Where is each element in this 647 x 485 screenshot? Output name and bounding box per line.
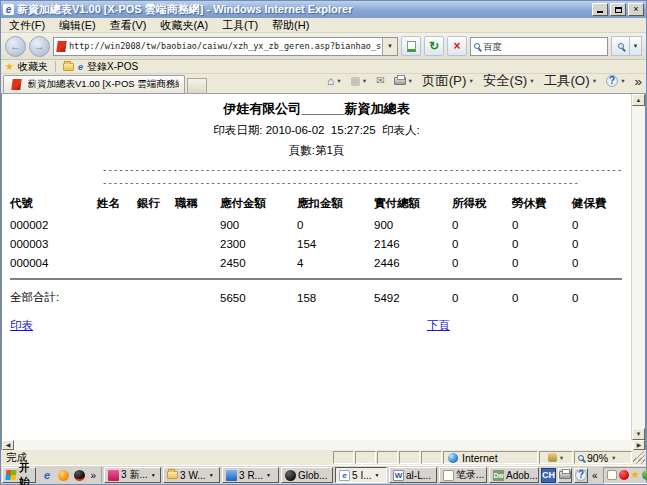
- arrow-down-icon: ▼: [636, 431, 642, 437]
- horizontal-scrollbar[interactable]: ◀ ▶: [1, 440, 646, 450]
- add-favorite-icon[interactable]: [63, 63, 74, 71]
- search-input[interactable]: [483, 41, 615, 52]
- forward-button[interactable]: →: [29, 36, 50, 57]
- quicklaunch-overflow-button[interactable]: »: [89, 470, 99, 481]
- maximize-button[interactable]: [610, 3, 626, 16]
- report-title: 伊娃有限公司______薪資加總表: [2, 100, 631, 118]
- printer-icon: [559, 471, 571, 479]
- tools-menu-button[interactable]: 工具(O)▼: [542, 71, 599, 91]
- arrow-right-icon: ▶: [637, 442, 642, 448]
- favorites-link-xpos[interactable]: 登錄X-POS: [87, 60, 138, 74]
- taskbar-button-label: Adob...: [506, 470, 538, 481]
- address-dropdown-button[interactable]: ▼: [382, 38, 397, 55]
- chevron-down-icon: ▼: [633, 43, 639, 49]
- chevron-down-icon: ▼: [468, 78, 473, 84]
- tray-star-icon[interactable]: ★: [631, 470, 640, 480]
- status-text: 完成: [2, 451, 332, 465]
- arrow-left-icon: ◀: [6, 442, 11, 448]
- close-button[interactable]: ×: [628, 3, 644, 16]
- taskbar-window-group-1[interactable]: 3 新... ▼: [104, 467, 161, 483]
- site-shortcut-icon[interactable]: e: [78, 62, 83, 72]
- total-tax: 0: [452, 286, 512, 308]
- language-indicator[interactable]: CH: [541, 468, 556, 483]
- title-bar[interactable]: e 薪資加總表V1.00 [X-POS 雲端商務網] - Windows Int…: [1, 1, 646, 18]
- total-label: 全部合計:: [10, 286, 220, 308]
- word-icon: W: [393, 470, 404, 481]
- home-button[interactable]: ⌂▼: [325, 75, 344, 88]
- page-menu-button[interactable]: 页面(P)▼: [420, 71, 476, 91]
- safety-menu-label: 安全(S): [483, 72, 527, 90]
- status-panel: [399, 451, 420, 464]
- taskbar-button-label: Glob...: [298, 470, 327, 481]
- total-payable: 5650: [220, 286, 297, 308]
- browser-window: e 薪資加總表V1.00 [X-POS 雲端商務網] - Windows Int…: [0, 0, 647, 485]
- search-go-button[interactable]: [611, 36, 630, 56]
- cell-paid: 900: [374, 215, 452, 234]
- quicklaunch-messenger-icon[interactable]: [57, 469, 70, 482]
- help-tray-button[interactable]: ?: [574, 468, 588, 483]
- scroll-right-button[interactable]: ▶: [633, 440, 645, 450]
- next-page-link[interactable]: 下頁: [427, 318, 450, 333]
- protected-mode-panel[interactable]: ▼: [539, 451, 573, 464]
- print-button[interactable]: ▼: [392, 76, 415, 86]
- stop-button[interactable]: ×: [447, 36, 467, 56]
- taskbar-window-adobe[interactable]: Dw Adob...: [489, 467, 539, 483]
- refresh-button[interactable]: ↻: [424, 36, 444, 56]
- taskbar-window-ie-group[interactable]: e 5 I... ▼: [335, 467, 387, 483]
- address-bar[interactable]: ▼: [53, 37, 398, 56]
- tray-collapse-button[interactable]: «: [590, 470, 600, 481]
- help-icon: ?: [606, 75, 618, 87]
- favorites-button[interactable]: 收藏夹: [18, 60, 48, 74]
- start-label: 开始: [19, 461, 30, 485]
- resize-grip[interactable]: [633, 451, 645, 464]
- menu-view[interactable]: 查看(V): [104, 17, 153, 34]
- taskbar-window-word[interactable]: W al-L...: [389, 467, 437, 483]
- tab-payroll-report[interactable]: 薪資加總表V1.00 [X-POS 雲端商務網]: [3, 75, 185, 93]
- menu-file[interactable]: 文件(F): [3, 17, 51, 34]
- menu-favorites[interactable]: 收藏夹(A): [154, 17, 214, 34]
- status-panel: [355, 451, 376, 464]
- tray-security-icon[interactable]: [642, 470, 647, 480]
- report-print-date: 印表日期: 2010-06-02 15:27:25 印表人:: [2, 123, 631, 138]
- printer-tray-button[interactable]: [558, 468, 572, 483]
- search-options-button[interactable]: ▼: [630, 36, 642, 56]
- taskbar-window-global[interactable]: Glob...: [281, 467, 333, 483]
- zoom-control[interactable]: 90% ▼: [574, 451, 632, 464]
- maximize-icon: [615, 7, 622, 13]
- notepad-icon: [443, 470, 454, 481]
- search-box[interactable]: [470, 37, 608, 56]
- compatibility-view-button[interactable]: [401, 36, 421, 56]
- help-menu-button[interactable]: ?▼: [604, 74, 627, 88]
- cell-health: 0: [572, 253, 622, 272]
- scroll-left-button[interactable]: ◀: [2, 440, 14, 450]
- scroll-down-button[interactable]: ▼: [632, 428, 645, 440]
- status-bar: 完成 Internet ▼ 90% ▼: [1, 450, 646, 465]
- col-payable: 應付金額: [220, 194, 297, 215]
- home-icon: ⌂: [327, 76, 334, 87]
- address-input[interactable]: [69, 39, 382, 54]
- menu-tools[interactable]: 工具(T): [216, 17, 264, 34]
- cell-job: [175, 253, 220, 272]
- tray-qq-icon[interactable]: [619, 470, 629, 480]
- print-report-link[interactable]: 印表: [10, 318, 33, 333]
- cell-tax: 0: [452, 234, 512, 253]
- tray-document-icon[interactable]: [607, 470, 617, 480]
- minimize-button[interactable]: [592, 3, 608, 16]
- vertical-scrollbar[interactable]: ▲ ▼: [631, 94, 645, 440]
- feeds-button[interactable]: ▼: [349, 76, 369, 87]
- read-mail-button[interactable]: ✉: [374, 75, 386, 87]
- quicklaunch-qq-icon[interactable]: [73, 469, 86, 482]
- menu-edit[interactable]: 编辑(E): [53, 17, 102, 34]
- start-button[interactable]: 开始: [2, 467, 36, 483]
- command-overflow-button[interactable]: »: [633, 73, 644, 90]
- safety-menu-button[interactable]: 安全(S)▼: [481, 71, 537, 91]
- taskbar-window-notes[interactable]: 笔录...: [439, 467, 487, 483]
- quicklaunch-ie-icon[interactable]: e: [41, 469, 54, 482]
- taskbar-window-group-2[interactable]: 3 W... ▼: [163, 467, 220, 483]
- menu-help[interactable]: 帮助(H): [266, 17, 315, 34]
- back-button[interactable]: ←: [5, 36, 26, 57]
- taskbar-window-group-3[interactable]: 3 R... ▼: [222, 467, 279, 483]
- new-tab-button[interactable]: [187, 78, 207, 93]
- chevron-down-icon: ▼: [375, 472, 380, 478]
- scroll-up-button[interactable]: ▲: [632, 94, 645, 106]
